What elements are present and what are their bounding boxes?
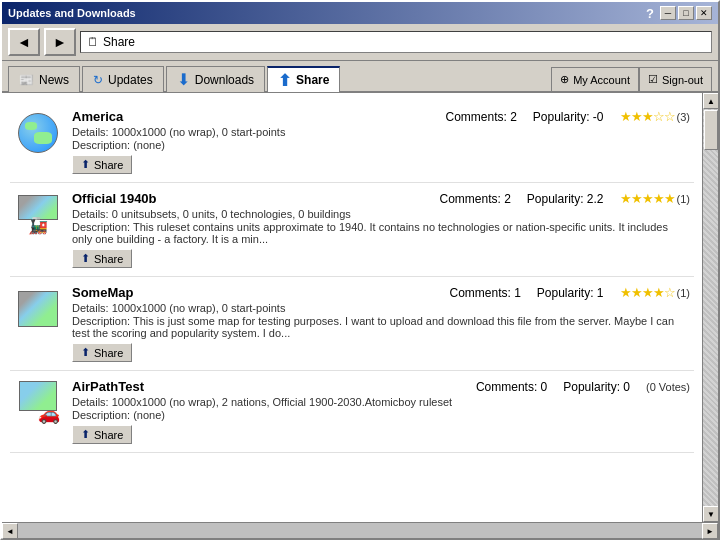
item-popularity-america: Popularity: -0 bbox=[533, 110, 604, 124]
item-popularity-airpath: Popularity: 0 bbox=[563, 380, 630, 394]
item-body-america: America Comments: 2 Popularity: -0 ★★★☆☆… bbox=[72, 109, 690, 174]
map2-icon bbox=[18, 291, 58, 327]
share-btn-icon-airpath: ⬆ bbox=[81, 428, 90, 441]
stars-official: ★★★★★ bbox=[620, 191, 675, 206]
help-button[interactable]: ? bbox=[646, 6, 654, 21]
item-desc-somemap: Description: This is just some map for t… bbox=[72, 315, 690, 339]
item-details-somemap: Details: 1000x1000 (no wrap), 0 start-po… bbox=[72, 302, 690, 314]
item-comments-america: Comments: 2 bbox=[445, 110, 516, 124]
item-comments-airpath: Comments: 0 bbox=[476, 380, 547, 394]
titlebar-buttons: ? ─ □ ✕ bbox=[646, 6, 712, 21]
page-icon: 🗒 bbox=[87, 35, 99, 49]
item-body-somemap: SomeMap Comments: 1 Popularity: 1 ★★★★☆ … bbox=[72, 285, 690, 362]
item-icon-somemap bbox=[14, 285, 62, 333]
content-area: America Comments: 2 Popularity: -0 ★★★☆☆… bbox=[2, 93, 718, 522]
main-window: Updates and Downloads ? ─ □ ✕ ◄ ► 🗒 Shar… bbox=[0, 0, 720, 540]
item-desc-america: Description: (none) bbox=[72, 139, 690, 151]
tank-icon: 🚂 bbox=[28, 216, 48, 235]
item-details-official: Details: 0 unitsubsets, 0 units, 0 techn… bbox=[72, 208, 690, 220]
item-icon-official1940b: 🚂 bbox=[14, 191, 62, 239]
share-btn-icon-somemap: ⬆ bbox=[81, 346, 90, 359]
item-title-official: Official 1940b bbox=[72, 191, 423, 206]
vertical-scrollbar[interactable]: ▲ ▼ bbox=[702, 93, 718, 522]
forward-button[interactable]: ► bbox=[44, 28, 76, 56]
tabbar: 📰 News ↻ Updates ⬇ Downloads ⬆ Share ⊕ M… bbox=[2, 61, 718, 93]
signout-icon: ☑ bbox=[648, 73, 658, 86]
horizontal-scrollbar[interactable]: ◄ ► bbox=[2, 522, 718, 538]
item-rating-somemap: ★★★★☆ (1) bbox=[620, 285, 690, 300]
list-item: 🚗 AirPathTest Comments: 0 Popularity: 0 … bbox=[10, 371, 694, 453]
vote-count-official: (1) bbox=[677, 193, 690, 205]
share-btn-icon-official: ⬆ bbox=[81, 252, 90, 265]
world-icon bbox=[18, 113, 58, 153]
share-button-america[interactable]: ⬆ Share bbox=[72, 155, 132, 174]
scroll-area[interactable]: America Comments: 2 Popularity: -0 ★★★☆☆… bbox=[2, 93, 702, 522]
tab-updates[interactable]: ↻ Updates bbox=[82, 66, 164, 92]
item-details-america: Details: 1000x1000 (no wrap), 0 start-po… bbox=[72, 126, 690, 138]
tab-signout[interactable]: ☑ Sign-out bbox=[639, 67, 712, 91]
myaccount-icon: ⊕ bbox=[560, 73, 569, 86]
item-popularity-somemap: Popularity: 1 bbox=[537, 286, 604, 300]
share-button-official[interactable]: ⬆ Share bbox=[72, 249, 132, 268]
downloads-icon: ⬇ bbox=[177, 70, 190, 89]
item-icon-airpath: 🚗 bbox=[14, 379, 62, 427]
item-body-official: Official 1940b Comments: 2 Popularity: 2… bbox=[72, 191, 690, 268]
tab-share[interactable]: ⬆ Share bbox=[267, 66, 340, 92]
item-title-somemap: SomeMap bbox=[72, 285, 433, 300]
item-desc-airpath: Description: (none) bbox=[72, 409, 690, 421]
updates-icon: ↻ bbox=[93, 73, 103, 87]
maximize-button[interactable]: □ bbox=[678, 6, 694, 20]
address-bar[interactable]: 🗒 Share bbox=[80, 31, 712, 53]
item-header-airpath: AirPathTest Comments: 0 Popularity: 0 (0… bbox=[72, 379, 690, 394]
item-header-america: America Comments: 2 Popularity: -0 ★★★☆☆… bbox=[72, 109, 690, 124]
minimize-button[interactable]: ─ bbox=[660, 6, 676, 20]
h-scroll-track[interactable] bbox=[18, 523, 702, 538]
list-item: 🚂 Official 1940b Comments: 2 Popularity:… bbox=[10, 183, 694, 277]
share-btn-icon-america: ⬆ bbox=[81, 158, 90, 171]
item-rating-official: ★★★★★ (1) bbox=[620, 191, 690, 206]
back-button[interactable]: ◄ bbox=[8, 28, 40, 56]
tab-news[interactable]: 📰 News bbox=[8, 66, 80, 92]
item-popularity-official: Popularity: 2.2 bbox=[527, 192, 604, 206]
item-comments-somemap: Comments: 1 bbox=[449, 286, 520, 300]
scroll-left-arrow[interactable]: ◄ bbox=[2, 523, 18, 539]
item-icon-america bbox=[14, 109, 62, 157]
airpath-icon-container: 🚗 bbox=[16, 381, 60, 425]
item-title-america: America bbox=[72, 109, 429, 124]
list-item: America Comments: 2 Popularity: -0 ★★★☆☆… bbox=[10, 101, 694, 183]
item-body-airpath: AirPathTest Comments: 0 Popularity: 0 (0… bbox=[72, 379, 690, 444]
window-title: Updates and Downloads bbox=[8, 7, 136, 19]
item-details-airpath: Details: 1000x1000 (no wrap), 2 nations,… bbox=[72, 396, 690, 408]
tabs-right: ⊕ My Account ☑ Sign-out bbox=[551, 67, 712, 91]
item-title-airpath: AirPathTest bbox=[72, 379, 460, 394]
titlebar: Updates and Downloads ? ─ □ ✕ bbox=[2, 2, 718, 24]
share-button-somemap[interactable]: ⬆ Share bbox=[72, 343, 132, 362]
back-icon: ◄ bbox=[17, 34, 31, 50]
stars-america: ★★★☆☆ bbox=[620, 109, 675, 124]
item-header-somemap: SomeMap Comments: 1 Popularity: 1 ★★★★☆ … bbox=[72, 285, 690, 300]
tabs-left: 📰 News ↻ Updates ⬇ Downloads ⬆ Share bbox=[8, 65, 340, 91]
vote-count-somemap: (1) bbox=[677, 287, 690, 299]
scroll-up-arrow[interactable]: ▲ bbox=[703, 93, 718, 109]
forward-icon: ► bbox=[53, 34, 67, 50]
share-icon: ⬆ bbox=[278, 71, 291, 90]
list-item: SomeMap Comments: 1 Popularity: 1 ★★★★☆ … bbox=[10, 277, 694, 371]
address-text: Share bbox=[103, 35, 135, 49]
item-comments-official: Comments: 2 bbox=[439, 192, 510, 206]
vote-count-america: (3) bbox=[677, 111, 690, 123]
scroll-thumb[interactable] bbox=[704, 110, 718, 150]
news-icon: 📰 bbox=[19, 73, 34, 87]
item-rating-america: ★★★☆☆ (3) bbox=[620, 109, 690, 124]
tank2-icon: 🚗 bbox=[38, 403, 60, 425]
ruleset-icon: 🚂 bbox=[17, 195, 59, 235]
scroll-right-arrow[interactable]: ► bbox=[702, 523, 718, 539]
scroll-down-arrow[interactable]: ▼ bbox=[703, 506, 718, 522]
tab-downloads[interactable]: ⬇ Downloads bbox=[166, 66, 265, 92]
share-button-airpath[interactable]: ⬆ Share bbox=[72, 425, 132, 444]
toolbar: ◄ ► 🗒 Share bbox=[2, 24, 718, 61]
tab-myaccount[interactable]: ⊕ My Account bbox=[551, 67, 639, 91]
stars-somemap: ★★★★☆ bbox=[620, 285, 675, 300]
item-desc-official: Description: This ruleset contains units… bbox=[72, 221, 690, 245]
scroll-track[interactable] bbox=[703, 109, 718, 506]
close-button[interactable]: ✕ bbox=[696, 6, 712, 20]
